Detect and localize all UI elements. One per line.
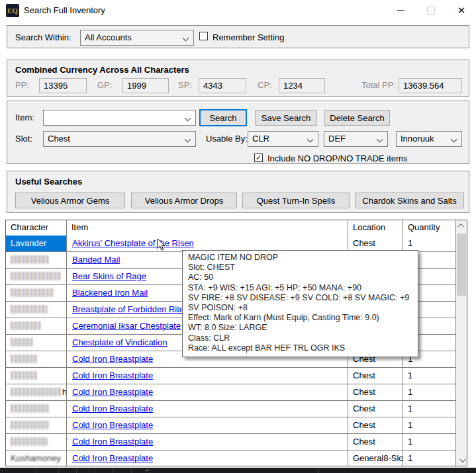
item-cell: Cold Iron Breastplate (67, 368, 348, 384)
character-cell[interactable] (6, 401, 67, 417)
character-cell[interactable] (6, 318, 67, 334)
scrollbar-thumb[interactable] (457, 234, 466, 296)
quest-turnin-spells-button[interactable]: Quest Turn-In Spells (242, 193, 350, 208)
tooltip-line: AC: 50 (188, 273, 412, 282)
location-cell: Chest (348, 434, 403, 450)
header-item[interactable]: Item (67, 220, 348, 236)
header-location[interactable]: Location (348, 220, 403, 236)
character-cell[interactable] (6, 252, 67, 268)
slot-value: Chest (48, 134, 70, 144)
location-cell: Chest (348, 401, 403, 417)
pp-field[interactable]: 13395 (39, 78, 87, 93)
chardok-skins-salts-button[interactable]: Chardok Skins and Salts (355, 193, 464, 208)
redacted-name (11, 305, 48, 314)
item-link[interactable]: Cold Iron Breastplate (72, 437, 153, 447)
character-cell[interactable]: Lavander (6, 236, 67, 251)
character-cell[interactable] (6, 351, 67, 367)
tooltip-line: MAGIC ITEM NO DROP (188, 253, 412, 263)
character-cell[interactable] (6, 335, 67, 351)
character-cell[interactable] (6, 368, 67, 384)
chevron-down-icon (183, 35, 189, 42)
class2-dropdown[interactable]: DEF (324, 131, 388, 147)
header-character[interactable]: Character (6, 220, 67, 236)
item-link[interactable]: Ceremonial Iksar Chestplate (72, 321, 181, 331)
item-link[interactable]: Cold Iron Breastplate (72, 387, 153, 397)
item-cell: Cold Iron Breastplate (67, 434, 348, 450)
character-cell[interactable]: h (6, 384, 67, 400)
location-cell: General8-Slot5 (348, 451, 403, 466)
quantity-cell: 1 (403, 417, 455, 433)
item-link[interactable]: Chestplate of Vindication (72, 337, 167, 347)
vertical-scrollbar[interactable] (455, 220, 467, 466)
table-row[interactable]: Cold Iron BreastplateChest1 (6, 417, 455, 434)
minimize-button[interactable] (389, 0, 412, 21)
search-form-panel: Item: Search Save Search Delete Search S… (7, 101, 469, 164)
close-button[interactable]: ✕ (450, 0, 473, 21)
character-cell[interactable] (6, 269, 67, 284)
delete-search-button[interactable]: Delete Search (324, 110, 390, 126)
item-link[interactable]: Cold Iron Breastplate (72, 354, 153, 364)
item-link[interactable]: Cold Iron Breastplate (72, 420, 153, 430)
item-link[interactable]: Breastplate of Forbidden Rite (72, 304, 184, 314)
cp-field[interactable]: 1234 (279, 78, 325, 93)
currency-panel: Combined Currency Across All Characters … (7, 60, 469, 97)
save-search-button[interactable]: Save Search (255, 110, 317, 126)
table-row[interactable]: Cold Iron BreastplateChest1 (6, 434, 455, 451)
redacted-name (11, 322, 41, 330)
sp-field[interactable]: 4343 (199, 78, 246, 93)
redacted-name (11, 404, 49, 413)
tooltip-line: Race: ALL except BAR HEF TRL OGR IKS (188, 343, 412, 353)
item-link[interactable]: Akkirus' Chestplate of the Risen (72, 238, 194, 248)
character-cell[interactable] (6, 302, 67, 318)
redacted-name (11, 421, 49, 429)
item-input[interactable] (43, 110, 196, 126)
table-row[interactable]: Cold Iron BreastplateChest1 (6, 368, 455, 384)
character-cell[interactable] (6, 417, 67, 433)
total-pp-field[interactable]: 13639.564 (399, 78, 462, 93)
chevron-down-icon (185, 136, 191, 143)
gp-label: GP: (97, 80, 112, 90)
character-cell[interactable]: Kushamoney (6, 451, 67, 466)
header-quantity[interactable]: Quantity (403, 220, 455, 236)
slot-label: Slot: (15, 134, 32, 144)
chevron-up-icon (457, 224, 464, 230)
chevron-down-icon (307, 136, 314, 143)
quantity-cell: 1 (403, 368, 455, 384)
scroll-up-button[interactable] (456, 220, 467, 232)
quantity-cell: 1 (403, 384, 455, 400)
location-cell: Chest (348, 384, 403, 400)
character-cell[interactable] (6, 434, 67, 450)
include-nodrop-label: Include NO DROP/NO TRADE items (267, 153, 407, 163)
velious-armor-drops-button[interactable]: Velious Armor Drops (131, 193, 237, 208)
search-within-dropdown[interactable]: All Accounts (80, 30, 194, 46)
table-row[interactable]: Cold Iron BreastplateChest1 (6, 401, 455, 417)
slot-dropdown[interactable]: Chest (43, 131, 196, 147)
item-cell: Akkirus' Chestplate of the Risen (67, 236, 348, 251)
item-link[interactable]: Banded Mail (72, 255, 120, 265)
scroll-down-button[interactable] (456, 454, 467, 466)
item-cell: Cold Iron Breastplate (67, 417, 348, 433)
item-link[interactable]: Bear Skins of Rage (72, 271, 146, 281)
tooltip-line: STA: +9 WIS: +15 AGI: +5 HP: +50 MANA: +… (188, 283, 412, 293)
tooltip-line: Slot: CHEST (188, 263, 412, 273)
table-row[interactable]: hCold Iron BreastplateChest1 (6, 384, 455, 401)
remember-setting-checkbox[interactable] (199, 32, 208, 40)
item-link[interactable]: Cold Iron Breastplate (72, 453, 153, 463)
table-row[interactable]: KushamoneyCold Iron BreastplateGeneral8-… (6, 451, 455, 466)
item-link[interactable]: Blackened Iron Mail (72, 288, 148, 298)
include-nodrop-checkbox[interactable]: ✓ (254, 153, 263, 162)
search-button[interactable]: Search (199, 109, 247, 126)
useful-searches-panel: Useful Searches Velious Armor Gems Velio… (7, 171, 469, 213)
velious-armor-gems-button[interactable]: Velious Armor Gems (15, 193, 125, 208)
maximize-button[interactable] (420, 0, 442, 21)
character-cell[interactable] (6, 285, 67, 301)
gp-field[interactable]: 1999 (122, 78, 169, 93)
redacted-name (11, 388, 62, 396)
class-dropdown[interactable]: CLR (248, 131, 318, 147)
deity-dropdown[interactable]: Innoruuk (396, 131, 462, 147)
total-pp-label: Total PP: (361, 80, 396, 90)
item-link[interactable]: Cold Iron Breastplate (72, 404, 153, 413)
item-link[interactable]: Cold Iron Breastplate (72, 370, 153, 380)
redacted-name (11, 288, 54, 297)
item-stats-tooltip: MAGIC ITEM NO DROPSlot: CHESTAC: 50STA: … (182, 250, 418, 357)
